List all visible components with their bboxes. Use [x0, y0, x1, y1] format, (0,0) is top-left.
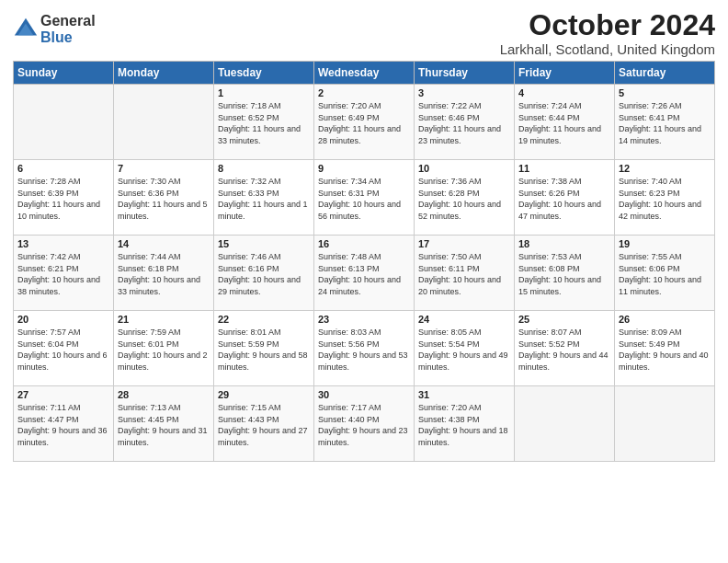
calendar-day-cell: 5Sunrise: 7:26 AMSunset: 6:41 PMDaylight…: [615, 85, 715, 160]
day-number: 22: [218, 314, 310, 325]
day-number: 6: [17, 163, 109, 174]
header-row-days: SundayMondayTuesdayWednesdayThursdayFrid…: [14, 62, 715, 85]
day-info: Sunrise: 7:28 AMSunset: 6:39 PMDaylight:…: [17, 176, 109, 222]
day-info: Sunrise: 7:17 AMSunset: 4:40 PMDaylight:…: [318, 402, 410, 448]
day-number: 1: [218, 87, 310, 98]
calendar-day-cell: 22Sunrise: 8:01 AMSunset: 5:59 PMDayligh…: [214, 311, 314, 386]
calendar-day-cell: 2Sunrise: 7:20 AMSunset: 6:49 PMDaylight…: [314, 85, 415, 160]
calendar-day-cell: 26Sunrise: 8:09 AMSunset: 5:49 PMDayligh…: [615, 311, 715, 386]
day-number: 21: [118, 314, 210, 325]
calendar-day-cell: 19Sunrise: 7:55 AMSunset: 6:06 PMDayligh…: [615, 236, 715, 311]
calendar-table: SundayMondayTuesdayWednesdayThursdayFrid…: [13, 61, 715, 462]
calendar-day-cell: 9Sunrise: 7:34 AMSunset: 6:31 PMDaylight…: [314, 160, 415, 236]
day-of-week-header: Friday: [515, 62, 615, 85]
day-info: Sunrise: 8:05 AMSunset: 5:54 PMDaylight:…: [418, 327, 510, 373]
calendar-day-cell: 20Sunrise: 7:57 AMSunset: 6:04 PMDayligh…: [14, 311, 114, 386]
day-info: Sunrise: 8:07 AMSunset: 5:52 PMDaylight:…: [518, 327, 610, 373]
day-number: 15: [218, 238, 310, 249]
day-info: Sunrise: 7:48 AMSunset: 6:13 PMDaylight:…: [318, 251, 410, 297]
calendar-day-cell: 29Sunrise: 7:15 AMSunset: 4:43 PMDayligh…: [214, 386, 314, 462]
day-number: 9: [318, 163, 410, 174]
day-number: 17: [418, 238, 510, 249]
day-number: 5: [619, 87, 711, 98]
calendar-week-row: 6Sunrise: 7:28 AMSunset: 6:39 PMDaylight…: [14, 160, 715, 236]
header-row: General Blue October 2024 Larkhall, Scot…: [13, 9, 715, 57]
day-info: Sunrise: 7:44 AMSunset: 6:18 PMDaylight:…: [118, 251, 210, 297]
calendar-day-cell: 8Sunrise: 7:32 AMSunset: 6:33 PMDaylight…: [214, 160, 314, 236]
day-info: Sunrise: 7:36 AMSunset: 6:28 PMDaylight:…: [418, 176, 510, 222]
day-info: Sunrise: 7:22 AMSunset: 6:46 PMDaylight:…: [418, 100, 510, 146]
calendar-day-cell: 6Sunrise: 7:28 AMSunset: 6:39 PMDaylight…: [14, 160, 114, 236]
calendar-day-cell: 12Sunrise: 7:40 AMSunset: 6:23 PMDayligh…: [615, 160, 715, 236]
calendar-week-row: 27Sunrise: 7:11 AMSunset: 4:47 PMDayligh…: [14, 386, 715, 462]
calendar-day-cell: 30Sunrise: 7:17 AMSunset: 4:40 PMDayligh…: [314, 386, 415, 462]
day-info: Sunrise: 7:46 AMSunset: 6:16 PMDaylight:…: [218, 251, 310, 297]
calendar-day-cell: 25Sunrise: 8:07 AMSunset: 5:52 PMDayligh…: [515, 311, 615, 386]
day-info: Sunrise: 7:40 AMSunset: 6:23 PMDaylight:…: [619, 176, 711, 222]
day-of-week-header: Sunday: [14, 62, 114, 85]
day-number: 31: [418, 389, 510, 400]
day-info: Sunrise: 7:34 AMSunset: 6:31 PMDaylight:…: [318, 176, 410, 222]
day-number: 13: [17, 238, 109, 249]
day-number: 19: [619, 238, 711, 249]
calendar-day-cell: 14Sunrise: 7:44 AMSunset: 6:18 PMDayligh…: [114, 236, 214, 311]
day-number: 16: [318, 238, 410, 249]
day-number: 20: [17, 314, 109, 325]
day-number: 11: [518, 163, 610, 174]
logo-icon: [13, 17, 39, 42]
day-info: Sunrise: 7:20 AMSunset: 4:38 PMDaylight:…: [418, 402, 510, 448]
calendar-day-cell: 21Sunrise: 7:59 AMSunset: 6:01 PMDayligh…: [114, 311, 214, 386]
calendar-day-cell: 28Sunrise: 7:13 AMSunset: 4:45 PMDayligh…: [114, 386, 214, 462]
day-number: 3: [418, 87, 510, 98]
day-of-week-header: Monday: [114, 62, 214, 85]
day-number: 30: [318, 389, 410, 400]
day-info: Sunrise: 8:03 AMSunset: 5:56 PMDaylight:…: [318, 327, 410, 373]
calendar-day-cell: 13Sunrise: 7:42 AMSunset: 6:21 PMDayligh…: [14, 236, 114, 311]
day-info: Sunrise: 7:13 AMSunset: 4:45 PMDaylight:…: [118, 402, 210, 448]
day-info: Sunrise: 7:32 AMSunset: 6:33 PMDaylight:…: [218, 176, 310, 222]
day-info: Sunrise: 7:11 AMSunset: 4:47 PMDaylight:…: [17, 402, 109, 448]
day-info: Sunrise: 7:57 AMSunset: 6:04 PMDaylight:…: [17, 327, 109, 373]
day-info: Sunrise: 7:59 AMSunset: 6:01 PMDaylight:…: [118, 327, 210, 373]
calendar-day-cell: [615, 386, 715, 462]
location: Larkhall, Scotland, United Kingdom: [500, 41, 715, 57]
day-number: 23: [318, 314, 410, 325]
day-info: Sunrise: 7:24 AMSunset: 6:44 PMDaylight:…: [518, 100, 610, 146]
day-number: 8: [218, 163, 310, 174]
day-info: Sunrise: 7:18 AMSunset: 6:52 PMDaylight:…: [218, 100, 310, 146]
day-of-week-header: Tuesday: [214, 62, 314, 85]
logo-blue: Blue: [40, 29, 96, 46]
day-info: Sunrise: 7:15 AMSunset: 4:43 PMDaylight:…: [218, 402, 310, 448]
day-of-week-header: Saturday: [615, 62, 715, 85]
day-info: Sunrise: 7:38 AMSunset: 6:26 PMDaylight:…: [518, 176, 610, 222]
day-info: Sunrise: 8:09 AMSunset: 5:49 PMDaylight:…: [619, 327, 711, 373]
calendar-day-cell: [114, 85, 214, 160]
day-number: 24: [418, 314, 510, 325]
day-of-week-header: Thursday: [415, 62, 515, 85]
day-info: Sunrise: 7:20 AMSunset: 6:49 PMDaylight:…: [318, 100, 410, 146]
calendar-day-cell: 15Sunrise: 7:46 AMSunset: 6:16 PMDayligh…: [214, 236, 314, 311]
day-info: Sunrise: 7:50 AMSunset: 6:11 PMDaylight:…: [418, 251, 510, 297]
logo-text: General Blue: [40, 13, 96, 45]
day-number: 14: [118, 238, 210, 249]
calendar-day-cell: 18Sunrise: 7:53 AMSunset: 6:08 PMDayligh…: [515, 236, 615, 311]
day-number: 18: [518, 238, 610, 249]
calendar-day-cell: 7Sunrise: 7:30 AMSunset: 6:36 PMDaylight…: [114, 160, 214, 236]
day-of-week-header: Wednesday: [314, 62, 415, 85]
day-info: Sunrise: 7:30 AMSunset: 6:36 PMDaylight:…: [118, 176, 210, 222]
calendar-day-cell: 10Sunrise: 7:36 AMSunset: 6:28 PMDayligh…: [415, 160, 515, 236]
day-number: 4: [518, 87, 610, 98]
calendar-week-row: 20Sunrise: 7:57 AMSunset: 6:04 PMDayligh…: [14, 311, 715, 386]
calendar-day-cell: 11Sunrise: 7:38 AMSunset: 6:26 PMDayligh…: [515, 160, 615, 236]
day-number: 2: [318, 87, 410, 98]
day-number: 29: [218, 389, 310, 400]
day-number: 25: [518, 314, 610, 325]
calendar-day-cell: 1Sunrise: 7:18 AMSunset: 6:52 PMDaylight…: [214, 85, 314, 160]
calendar-day-cell: 27Sunrise: 7:11 AMSunset: 4:47 PMDayligh…: [14, 386, 114, 462]
calendar-week-row: 1Sunrise: 7:18 AMSunset: 6:52 PMDaylight…: [14, 85, 715, 160]
day-number: 28: [118, 389, 210, 400]
title-block: October 2024 Larkhall, Scotland, United …: [500, 9, 715, 57]
day-info: Sunrise: 7:53 AMSunset: 6:08 PMDaylight:…: [518, 251, 610, 297]
day-info: Sunrise: 7:26 AMSunset: 6:41 PMDaylight:…: [619, 100, 711, 146]
day-info: Sunrise: 7:55 AMSunset: 6:06 PMDaylight:…: [619, 251, 711, 297]
